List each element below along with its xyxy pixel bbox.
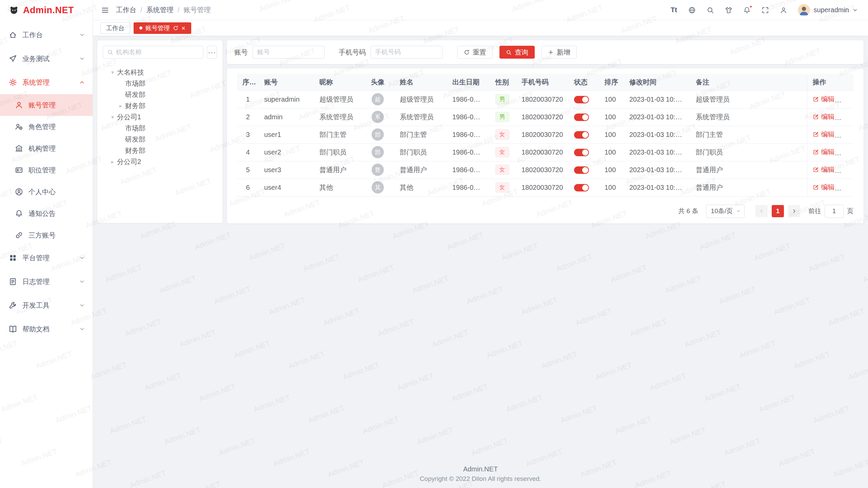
username: superadmin <box>813 6 849 14</box>
sidebar: Admin.NET 工作台 业务测试 系统管理 账号管理 <box>0 0 93 488</box>
tree-node[interactable]: ▾大名科技 <box>103 67 217 78</box>
sidebar-item-system-management[interactable]: 系统管理 <box>0 70 93 94</box>
tree-node-label: 财务部 <box>125 146 145 155</box>
notification-icon[interactable] <box>743 6 751 14</box>
status-toggle[interactable] <box>574 114 589 121</box>
tree-caret-icon[interactable]: ▸ <box>108 159 117 165</box>
sidebar-item-workbench[interactable]: 工作台 <box>0 23 93 47</box>
language-icon[interactable] <box>688 6 696 14</box>
cell-ops: 编辑··· <box>807 108 853 126</box>
org-more-button[interactable]: ··· <box>207 46 217 59</box>
status-toggle[interactable] <box>574 131 589 139</box>
refresh-icon[interactable] <box>173 25 178 31</box>
tree-node[interactable]: 研发部 <box>103 89 217 100</box>
tree-node[interactable]: 市场部 <box>103 123 217 134</box>
sidebar-item-position-management[interactable]: 职位管理 <box>0 159 93 181</box>
cell-name: 普通用户 <box>394 161 447 179</box>
col-header: 性别 <box>488 74 516 90</box>
more-button[interactable]: ··· <box>841 96 849 104</box>
tree-caret-icon[interactable]: ▾ <box>108 114 117 120</box>
sidebar-item-personal-center[interactable]: 个人中心 <box>0 181 93 203</box>
sidebar-item-role-management[interactable]: 角色管理 <box>0 116 93 138</box>
cell-gender: 女 <box>488 126 516 143</box>
tree-node[interactable]: 研发部 <box>103 134 217 145</box>
cell-modified: 2023-01-03 10:59:44 <box>624 143 690 161</box>
org-search-input[interactable] <box>116 48 199 56</box>
tree-node[interactable]: ▸财务部 <box>103 100 217 111</box>
search-button[interactable]: 查询 <box>499 46 535 59</box>
prev-page-button[interactable] <box>755 205 768 217</box>
tree-node[interactable]: 财务部 <box>103 145 217 156</box>
edit-button[interactable]: 编辑 <box>813 183 835 192</box>
pagination-total: 共 6 条 <box>678 207 698 216</box>
gender-tag: 女 <box>495 129 509 140</box>
page-number-button[interactable]: 1 <box>772 205 784 217</box>
status-toggle[interactable] <box>574 149 589 156</box>
search-icon <box>107 49 113 55</box>
status-toggle[interactable] <box>574 184 589 191</box>
cell-name: 部门职员 <box>394 143 447 161</box>
page-size-select[interactable]: 10条/页 <box>706 205 745 218</box>
status-toggle[interactable] <box>574 96 589 103</box>
sidebar-item-notice[interactable]: 通知公告 <box>0 203 93 224</box>
tab-workbench[interactable]: 工作台 <box>100 22 130 34</box>
sidebar-item-platform-management[interactable]: 平台管理 <box>0 246 93 270</box>
main-column: 工作台 / 系统管理 / 账号管理 Tt <box>93 0 868 488</box>
document-icon <box>9 278 17 286</box>
close-icon[interactable]: × <box>181 25 185 32</box>
user-panel-icon[interactable] <box>780 6 788 14</box>
sidebar-item-org-management[interactable]: 机构管理 <box>0 138 93 159</box>
hamburger-icon[interactable] <box>101 6 109 14</box>
sidebar-item-business-test[interactable]: 业务测试 <box>0 47 93 70</box>
tree-node[interactable]: ▸分公司2 <box>103 156 217 167</box>
active-dot-icon <box>139 26 142 29</box>
tree-node-label: 研发部 <box>125 135 145 144</box>
sidebar-item-label: 通知公告 <box>28 209 85 218</box>
search-icon[interactable] <box>706 6 714 14</box>
edit-button[interactable]: 编辑 <box>813 95 835 104</box>
tree-caret-icon[interactable]: ▾ <box>108 69 117 76</box>
tree-node[interactable]: ▾分公司1 <box>103 111 217 123</box>
status-toggle[interactable] <box>574 166 589 174</box>
fullscreen-icon[interactable] <box>761 6 769 14</box>
reset-button[interactable]: 重置 <box>457 46 493 59</box>
next-page-button[interactable] <box>788 205 800 217</box>
more-button[interactable]: ··· <box>841 114 849 121</box>
more-button[interactable]: ··· <box>841 167 849 174</box>
pagination: 共 6 条 10条/页 1 <box>237 205 853 218</box>
theme-icon[interactable] <box>725 6 733 14</box>
edit-button[interactable]: 编辑 <box>813 112 835 121</box>
sidebar-item-dev-tools[interactable]: 开发工具 <box>0 293 93 317</box>
logo-text: Admin.NET <box>23 5 74 16</box>
col-header: 手机号码 <box>516 74 569 90</box>
user-menu[interactable]: superadmin <box>798 4 858 16</box>
edit-icon <box>813 131 819 138</box>
phone-input[interactable] <box>371 46 442 59</box>
sidebar-item-third-party-account[interactable]: 三方账号 <box>0 224 93 246</box>
breadcrumb-item[interactable]: 系统管理 <box>146 5 174 15</box>
breadcrumb-separator: / <box>140 6 142 14</box>
more-button[interactable]: ··· <box>841 184 849 192</box>
add-button[interactable]: 新增 <box>541 46 577 59</box>
edit-button[interactable]: 编辑 <box>813 147 835 157</box>
cell-birthday: 1986-06-28 <box>447 179 488 196</box>
account-label: 账号 <box>234 48 248 57</box>
more-button[interactable]: ··· <box>841 149 849 157</box>
goto-unit-label: 页 <box>847 207 853 216</box>
breadcrumb-item[interactable]: 工作台 <box>116 5 136 15</box>
more-button[interactable]: ··· <box>841 131 849 139</box>
cell-remark: 超级管理员 <box>690 90 807 108</box>
sidebar-item-help-docs[interactable]: 帮助文档 <box>0 317 93 341</box>
sidebar-item-log-management[interactable]: 日志管理 <box>0 270 93 293</box>
tab-account-management[interactable]: 账号管理 × <box>134 22 191 34</box>
edit-button[interactable]: 编辑 <box>813 130 835 139</box>
goto-page-input[interactable] <box>825 205 844 218</box>
cell-status <box>569 161 599 179</box>
font-size-icon[interactable]: Tt <box>670 6 678 14</box>
tree-node[interactable]: 市场部 <box>103 78 217 89</box>
sidebar-item-account-management[interactable]: 账号管理 <box>0 94 93 116</box>
cell-account: superadmin <box>259 90 314 108</box>
tree-caret-icon[interactable]: ▸ <box>116 103 125 109</box>
account-input[interactable] <box>253 46 324 59</box>
edit-button[interactable]: 编辑 <box>813 165 835 174</box>
